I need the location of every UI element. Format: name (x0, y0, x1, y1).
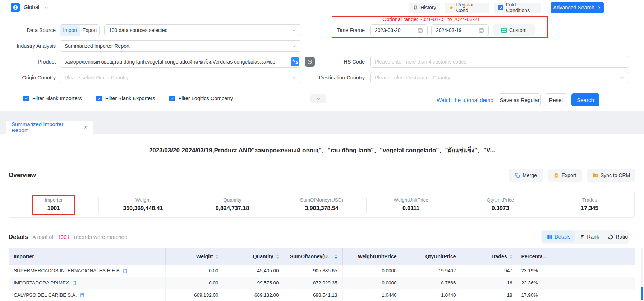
table-row[interactable]: CALYPSO DEL CARIBE S.A. 669,132.00 669,1… (9, 289, 635, 301)
fold-conditions-button[interactable]: Fold Conditions (494, 3, 541, 13)
export-tab[interactable]: Export (80, 25, 99, 36)
destination-country-select[interactable]: Please select Destination Country (370, 72, 629, 83)
wup-cell: 0.0000 (342, 277, 402, 289)
sort-icon[interactable] (276, 254, 279, 259)
col-sum-of-money[interactable]: SumOfMoney(U... (284, 248, 342, 265)
chevron-down-icon (620, 75, 624, 80)
product-input[interactable]: замороженный овощ;rau đông lạnh;vegetal … (60, 56, 301, 68)
col-percentage[interactable]: Percenta... (518, 248, 551, 265)
stat-weight: Weight 350,369,448.41 (98, 191, 188, 217)
export-button[interactable]: Export (548, 169, 582, 182)
translate-icon[interactable]: A (291, 57, 299, 66)
trades-cell: 18 (461, 289, 518, 301)
stat-weight-unit-price: WeightUnitPrice 0.0111 (366, 191, 456, 217)
importer-name[interactable]: CALYPSO DEL CARIBE S.A. (14, 292, 77, 298)
contact-card-icon[interactable] (123, 268, 127, 273)
reset-button[interactable]: Reset (545, 93, 567, 106)
hs-code-placeholder: Please enter more than 4 customs codes (375, 59, 466, 65)
optional-range-note: Optional range: 2021-01-01 to 2024-03-21 (359, 17, 503, 22)
tab-summarized-importer-report[interactable]: Summarized Importer Report ✕ (6, 121, 93, 134)
sync-to-crm-button[interactable]: Sync to CRM (587, 169, 635, 182)
history-label: History (420, 5, 436, 10)
sum-cell: 905,385.65 (284, 265, 342, 277)
region-selector-label[interactable]: Global (24, 4, 39, 10)
scrollbar-thumb[interactable] (641, 287, 643, 300)
sort-icon[interactable] (216, 254, 218, 259)
advanced-search-button[interactable]: Advanced Search (551, 2, 604, 13)
export-icon (554, 173, 559, 178)
start-date-value: 2023-03-20 (375, 27, 401, 33)
chevron-down-icon (292, 44, 296, 48)
table-row[interactable]: IMPORTADORA PRIMEX 0.00 99,575.00 872,92… (9, 277, 635, 289)
sort-icon[interactable] (510, 254, 512, 259)
col-filler (551, 248, 635, 265)
weight-cell: 0.00 (165, 265, 224, 277)
stat-value: 3,903,378.54 (305, 205, 338, 212)
qup-cell: 8.7666 (402, 277, 461, 289)
no-translate-icon[interactable] (305, 57, 315, 67)
table-row[interactable]: SUPERMERCADOS INTERNACIONALES H E B 0.00… (9, 265, 635, 277)
stat-importer: Importer 1901 (9, 191, 98, 217)
filter-logitics-company-checkbox[interactable]: Filter Logitics Company (169, 96, 233, 101)
qup-cell: 19.9402 (402, 265, 461, 277)
col-weight-unit-price[interactable]: WeightUnitPrice (342, 248, 402, 265)
close-icon[interactable]: ✕ (83, 124, 88, 130)
collapse-form-button[interactable] (310, 94, 326, 103)
stat-value: 350,369,448.41 (123, 205, 163, 212)
merge-button[interactable]: Merge (509, 169, 543, 182)
filter-label: Filter Blank Exporters (105, 96, 155, 101)
importer-name[interactable]: SUPERMERCADOS INTERNACIONALES H E B (14, 268, 120, 273)
industry-analysis-select[interactable]: Summarized Importer Report (60, 40, 301, 52)
history-button[interactable]: History (409, 3, 440, 13)
trades-cell: 947 (461, 265, 518, 277)
contact-card-icon[interactable] (72, 281, 77, 286)
save-as-regular-button[interactable]: Save as Regular (499, 93, 540, 106)
view-details-button[interactable]: Details (542, 231, 575, 242)
start-date-input[interactable]: 2023-03-20 (370, 24, 428, 36)
import-tab[interactable]: Import (60, 25, 80, 36)
search-button[interactable]: Search (571, 93, 599, 106)
trades-cell: 16 (461, 277, 518, 289)
view-ratio-button[interactable]: Ratio (603, 231, 632, 242)
industry-analysis-value: Summarized Importer Report (65, 43, 130, 49)
pie-icon (608, 234, 613, 240)
custom-range-button[interactable]: Custom (493, 24, 535, 36)
stat-qty-unit-price: QtyUnitPrice 0.3973 (456, 191, 545, 217)
details-summary: Details A total of 1901 records were mat… (9, 233, 127, 240)
view-rank-button[interactable]: Rank (575, 231, 603, 242)
stat-label: Weight (135, 197, 151, 203)
filter-blank-exporters-checkbox[interactable]: Filter Blank Exporters (96, 96, 155, 101)
tutorial-demo-link[interactable]: Watch the tutorial demo (437, 97, 496, 103)
col-quantity[interactable]: Quantity (224, 248, 284, 265)
contact-card-icon[interactable] (80, 293, 84, 298)
globe-icon (11, 3, 20, 12)
percentage-cell: 23.19% (518, 265, 551, 277)
data-sources-select[interactable]: 100 data sources selected (104, 24, 301, 36)
tab-title: Summarized Importer Report (12, 121, 79, 133)
col-importer[interactable]: Importer (9, 248, 165, 265)
origin-country-select[interactable]: Please select Origin Country (60, 72, 301, 83)
wup-cell: 1.0440 (342, 289, 402, 301)
regular-cond-button[interactable]: ★ Regular Cond. (445, 3, 489, 13)
sum-cell: 698,541.13 (284, 289, 342, 301)
hs-code-input[interactable]: Please enter more than 4 customs codes (370, 56, 629, 68)
chevron-right-icon (597, 6, 601, 10)
hs-code-label: HS Code (314, 59, 365, 65)
data-sources-value: 100 data sources selected (109, 27, 167, 33)
checkbox-checked-icon (169, 96, 175, 101)
chevron-down-icon[interactable] (44, 5, 49, 10)
importer-name[interactable]: IMPORTADORA PRIMEX (14, 280, 69, 286)
stat-label: WeightUnitPrice (394, 197, 428, 203)
destination-country-placeholder: Please select Destination Country (375, 75, 450, 80)
col-weight[interactable]: Weight (165, 248, 224, 265)
weight-cell: 0.00 (165, 277, 224, 289)
col-qty-unit-price[interactable]: QtyUnitPrice (402, 248, 461, 265)
filter-checkboxes: Filter Blank Importers Filter Blank Expo… (23, 96, 233, 101)
stat-trades: Trades 17,345 (545, 191, 634, 217)
sort-icon-active-desc[interactable] (335, 254, 337, 259)
col-trades[interactable]: Trades (461, 248, 518, 265)
stat-value: 1901 (47, 205, 60, 212)
end-date-input[interactable]: 2024-03-19 (431, 24, 489, 36)
fold-conditions-label: Fold Conditions (506, 2, 537, 13)
filter-blank-importers-checkbox[interactable]: Filter Blank Importers (23, 96, 82, 101)
